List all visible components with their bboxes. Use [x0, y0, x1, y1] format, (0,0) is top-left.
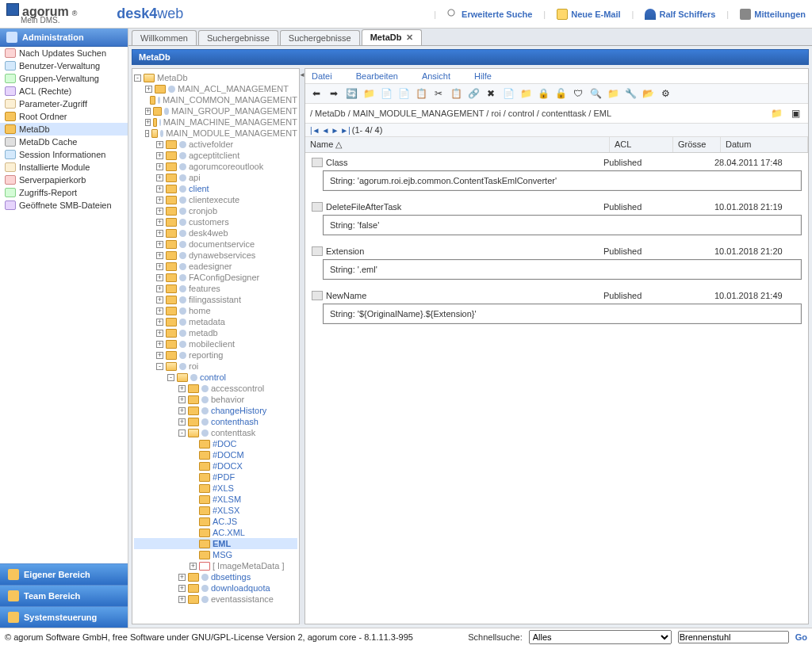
- expand-icon[interactable]: +: [178, 585, 186, 592]
- expand-icon[interactable]: +: [156, 185, 163, 193]
- toolbar-button[interactable]: ✂: [431, 86, 446, 101]
- toolbar-button[interactable]: 📁: [361, 86, 377, 101]
- tree-node[interactable]: AC.XML: [134, 527, 297, 538]
- toolbar-button[interactable]: ➡: [326, 86, 342, 101]
- tree-node[interactable]: #DOCM: [134, 449, 297, 460]
- toolbar-button[interactable]: ⬅: [308, 86, 324, 101]
- tree-node[interactable]: +dynawebservices: [134, 250, 297, 261]
- toolbar-button[interactable]: 📁: [518, 86, 534, 101]
- expand-icon[interactable]: +: [156, 230, 163, 237]
- tree-node[interactable]: +metadata: [134, 316, 297, 327]
- page-next-button[interactable]: ►: [331, 126, 339, 135]
- sidebar-item[interactable]: Nach Updates Suchen: [0, 47, 128, 59]
- page-prev-button[interactable]: ◄: [322, 126, 330, 135]
- sidebar-item[interactable]: ACL (Rechte): [0, 85, 128, 97]
- tree-node[interactable]: +filingassistant: [134, 294, 297, 305]
- sidebar-item[interactable]: Benutzer-Verwaltung: [0, 59, 128, 72]
- expand-icon[interactable]: +: [178, 396, 186, 403]
- expand-icon[interactable]: +: [178, 574, 186, 581]
- toolbar-button[interactable]: 📋: [413, 86, 429, 101]
- table-row[interactable]: DeleteFileAfterTask Published 10.01.2018…: [312, 202, 802, 235]
- tree-node[interactable]: +agorumcoreoutlook: [134, 161, 297, 172]
- expand-icon[interactable]: +: [156, 219, 163, 226]
- tree-node[interactable]: +documentservice: [134, 239, 297, 250]
- expand-icon[interactable]: +: [156, 197, 163, 204]
- tree-node[interactable]: +api: [134, 172, 297, 183]
- expand-icon[interactable]: -: [134, 74, 141, 82]
- tree-node[interactable]: EML: [134, 538, 297, 549]
- expand-icon[interactable]: +: [156, 141, 163, 148]
- expand-icon[interactable]: +: [156, 163, 163, 170]
- expand-icon[interactable]: +: [156, 263, 163, 270]
- sidebar-item[interactable]: Parameter-Zugriff: [0, 97, 128, 110]
- expand-icon[interactable]: +: [145, 119, 151, 126]
- breadcrumb-up-button[interactable]: 📁: [768, 105, 784, 121]
- col-size[interactable]: Grösse: [673, 137, 721, 152]
- tree-node[interactable]: +features: [134, 283, 297, 294]
- tab[interactable]: MetaDb✕: [362, 29, 423, 45]
- expand-icon[interactable]: +: [156, 241, 163, 248]
- page-first-button[interactable]: |◄: [310, 126, 320, 135]
- table-row[interactable]: Extension Published 10.01.2018 21:20 Str…: [312, 246, 802, 280]
- tree-node[interactable]: +downloadquota: [134, 582, 297, 594]
- tree-node[interactable]: #XLS: [134, 483, 297, 494]
- user-link[interactable]: Ralf Schiffers: [645, 9, 715, 20]
- expand-icon[interactable]: +: [156, 285, 163, 292]
- tree-node[interactable]: +dbsettings: [134, 571, 297, 582]
- col-date[interactable]: Datum: [721, 137, 808, 152]
- expand-icon[interactable]: -: [178, 429, 186, 437]
- tree-node[interactable]: #PDF: [134, 471, 297, 483]
- tree-node[interactable]: +MAIN_MACHINE_MANAGEMENT: [134, 116, 297, 128]
- expand-icon[interactable]: +: [178, 385, 186, 392]
- expand-icon[interactable]: -: [167, 374, 174, 381]
- menu-item[interactable]: Ansicht: [422, 71, 450, 81]
- expand-icon[interactable]: +: [156, 296, 163, 304]
- tree-node[interactable]: +clientexecute: [134, 194, 297, 205]
- tab[interactable]: Suchergebnisse: [198, 30, 278, 45]
- tree-node[interactable]: +customers: [134, 216, 297, 227]
- expand-icon[interactable]: -: [145, 130, 149, 137]
- quicksearch-input[interactable]: [678, 631, 789, 643]
- expand-icon[interactable]: +: [178, 418, 186, 426]
- advanced-search-link[interactable]: Erweiterte Suche: [447, 9, 532, 20]
- toolbar-button[interactable]: 📄: [500, 86, 516, 101]
- toolbar-button[interactable]: 📂: [640, 86, 656, 101]
- tree-node[interactable]: +eventassistance: [134, 594, 297, 605]
- menu-item[interactable]: Hilfe: [474, 71, 492, 81]
- close-icon[interactable]: ✕: [406, 32, 413, 42]
- sidebar-item[interactable]: Geöffnete SMB-Dateien: [0, 199, 128, 212]
- tree-node[interactable]: +cronjob: [134, 205, 297, 216]
- tree-node[interactable]: +eadesigner: [134, 261, 297, 272]
- toolbar-button[interactable]: 🔍: [588, 86, 603, 101]
- splitter[interactable]: [300, 68, 304, 624]
- menu-item[interactable]: Bearbeiten: [356, 71, 398, 81]
- toolbar-button[interactable]: ✖: [483, 86, 499, 101]
- notifications-link[interactable]: Mitteilungen: [740, 9, 806, 20]
- sidebar-section-button[interactable]: Eigener Bereich: [0, 563, 128, 585]
- table-row[interactable]: Class Published 28.04.2011 17:48 String:…: [312, 158, 802, 191]
- tree-node[interactable]: +desk4web: [134, 227, 297, 239]
- sidebar-item[interactable]: MetaDb Cache: [0, 136, 128, 148]
- tree-node[interactable]: #XLSX: [134, 505, 297, 516]
- sidebar-item[interactable]: Root Ordner: [0, 110, 128, 123]
- expand-icon[interactable]: +: [145, 108, 151, 115]
- expand-icon[interactable]: +: [156, 174, 163, 181]
- tree-view[interactable]: -MetaDb+MAIN_ACL_MANAGEMENTMAIN_COMMON_M…: [132, 68, 300, 624]
- expand-icon[interactable]: +: [190, 563, 197, 570]
- toolbar-button[interactable]: 🛡: [570, 86, 586, 101]
- sidebar-item[interactable]: MetaDb: [0, 123, 128, 136]
- tree-node[interactable]: +agceptitclient: [134, 150, 297, 161]
- expand-icon[interactable]: +: [156, 330, 163, 337]
- tree-node[interactable]: -contenttask: [134, 427, 297, 438]
- expand-icon[interactable]: +: [156, 341, 163, 348]
- toolbar-button[interactable]: 🔄: [343, 86, 359, 101]
- col-acl[interactable]: ACL: [610, 137, 673, 152]
- toolbar-button[interactable]: 📄: [378, 86, 394, 101]
- sidebar-item[interactable]: Session Informationen: [0, 148, 128, 161]
- expand-icon[interactable]: +: [178, 407, 186, 414]
- tree-node[interactable]: #DOC: [134, 438, 297, 449]
- tree-node[interactable]: -MAIN_MODULE_MANAGEMENT: [134, 128, 297, 139]
- tree-node[interactable]: +client: [134, 183, 297, 194]
- expand-icon[interactable]: +: [145, 86, 152, 93]
- tree-node[interactable]: +home: [134, 305, 297, 316]
